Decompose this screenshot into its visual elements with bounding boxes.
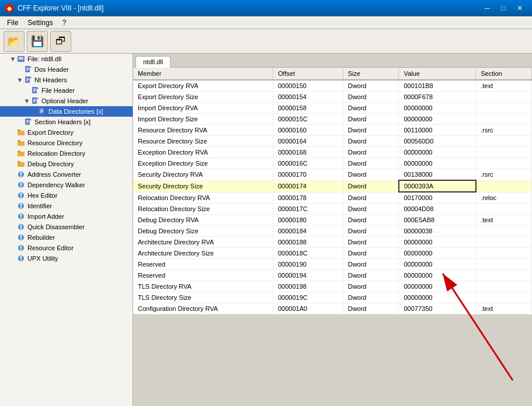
node-icon-import-adder: [16, 212, 26, 221]
table-row[interactable]: Configuration Directory RVA000001A0Dword…: [133, 303, 532, 314]
svg-rect-67: [20, 260, 22, 261]
node-icon-file-header: [30, 86, 40, 95]
minimize-button[interactable]: ─: [479, 2, 495, 14]
svg-rect-40: [18, 161, 20, 163]
table-row[interactable]: Debug Directory Size00000184Dword0000003…: [133, 226, 532, 237]
sidebar-item-dependency-walker[interactable]: Dependency Walker: [0, 180, 133, 190]
open-button[interactable]: 📂: [4, 31, 25, 52]
table-row[interactable]: TLS Directory Size0000019CDword00000000: [133, 292, 532, 303]
table-row[interactable]: Architecture Directory Size0000018CDword…: [133, 248, 532, 259]
sidebar-item-upx-utility[interactable]: UPX Utility: [0, 253, 133, 264]
cell-member: Relocation Directory Size: [133, 204, 273, 215]
table-row[interactable]: Exception Directory Size0000016CDword000…: [133, 158, 532, 169]
sidebar-item-hex-editor[interactable]: Hex Editor: [0, 190, 133, 201]
cell-size: Dword: [343, 192, 399, 204]
node-icon-resource-directory: [16, 138, 26, 148]
col-size: Size: [343, 68, 399, 80]
svg-rect-12: [26, 80, 28, 81]
node-icon-dos-header: [23, 65, 33, 74]
open-icon: 📂: [8, 35, 20, 48]
cell-size: Dword: [343, 215, 399, 226]
cell-member: TLS Directory RVA: [133, 281, 273, 292]
table-row[interactable]: Security Directory Size00000174Dword0000…: [133, 180, 532, 192]
table-row[interactable]: Security Directory RVA00000170Dword00138…: [133, 169, 532, 181]
sidebar-item-quick-disassembler[interactable]: Quick Disassembler: [0, 222, 133, 232]
cell-member: Security Directory Size: [133, 180, 273, 192]
sidebar-item-section-headers[interactable]: Section Headers [x]: [0, 117, 133, 127]
svg-rect-64: [20, 249, 22, 250]
cell-size: Dword: [343, 158, 399, 169]
table-row[interactable]: Resource Directory RVA00000160Dword00110…: [133, 125, 532, 136]
sidebar-item-debug-directory[interactable]: Debug Directory: [0, 159, 133, 169]
node-icon-identifier: [16, 201, 26, 211]
table-row[interactable]: Debug Directory RVA00000180Dword000E5AB8…: [133, 215, 532, 226]
sidebar-item-nt-headers[interactable]: ▼Nt Headers: [0, 75, 133, 85]
cell-member: Exception Directory Size: [133, 158, 273, 169]
table-row[interactable]: Relocation Directory Size0000017CDword00…: [133, 204, 532, 215]
svg-rect-66: [20, 256, 22, 259]
sidebar-item-export-directory[interactable]: Export Directory: [0, 127, 133, 138]
sidebar-item-address-converter[interactable]: Address Converter: [0, 169, 133, 180]
sidebar-item-rebuilder[interactable]: Rebuilder: [0, 232, 133, 243]
window-button[interactable]: 🗗: [50, 31, 71, 52]
cell-size: Dword: [343, 292, 399, 303]
sidebar-item-import-adder[interactable]: Import Adder: [0, 211, 133, 222]
svg-rect-35: [18, 141, 25, 146]
sidebar-label-resource-directory: Resource Directory: [27, 139, 82, 146]
table-row[interactable]: Resource Directory Size00000164Dword0005…: [133, 136, 532, 147]
table-row[interactable]: Export Directory RVA00000150Dword000101B…: [133, 80, 532, 92]
menu-file[interactable]: File: [2, 18, 23, 28]
col-section: Section: [476, 68, 532, 80]
sidebar-item-resource-editor[interactable]: Resource Editor: [0, 243, 133, 253]
svg-rect-16: [33, 90, 36, 90]
tab-ntdll[interactable]: ntdll.dll: [135, 56, 171, 68]
content-area: Member Offset Size Value Section Export …: [133, 68, 532, 314]
cell-value: 00000000: [399, 259, 476, 270]
node-icon-upx-utility: [16, 254, 26, 263]
cell-value: 00000000: [399, 248, 476, 259]
content-scroll[interactable]: Member Offset Size Value Section Export …: [133, 68, 532, 314]
sidebar-item-optional-header[interactable]: ▼Optional Header: [0, 96, 133, 106]
expand-icon: ▼: [23, 97, 30, 104]
table-row[interactable]: Exception Directory RVA00000168Dword0000…: [133, 147, 532, 158]
sidebar-item-relocation-directory[interactable]: Relocation Directory: [0, 148, 133, 159]
svg-rect-60: [20, 235, 22, 238]
table-row[interactable]: Reserved00000194Dword00000000: [133, 270, 532, 281]
sidebar-item-resource-directory[interactable]: Resource Directory: [0, 138, 133, 148]
cell-size: Dword: [343, 303, 399, 314]
table-row[interactable]: Export Directory Size00000154Dword0000F6…: [133, 92, 532, 103]
cell-section: .rsrc: [476, 125, 532, 136]
close-button[interactable]: ✕: [512, 2, 527, 14]
cell-value: 00000000: [399, 103, 476, 114]
node-icon-optional-header: [30, 96, 40, 106]
node-icon-nt-headers: [23, 75, 33, 85]
cell-member: Import Directory RVA: [133, 103, 273, 114]
table-row[interactable]: TLS Directory RVA00000198Dword00000000: [133, 281, 532, 292]
cell-section: [476, 180, 532, 192]
svg-rect-30: [26, 120, 29, 121]
sidebar-item-identifier[interactable]: Identifier: [0, 201, 133, 211]
cell-value: 00000000: [399, 114, 476, 125]
maximize-button[interactable]: □: [496, 2, 511, 14]
sidebar-item-file-root[interactable]: ▼File: ntdll.dll: [0, 54, 133, 64]
sidebar-label-section-headers: Section Headers [x]: [34, 118, 91, 125]
table-row[interactable]: Import Directory Size0000015CDword000000…: [133, 114, 532, 125]
sidebar-item-file-header[interactable]: File Header: [0, 85, 133, 96]
save-button[interactable]: 💾: [27, 31, 48, 52]
menu-help[interactable]: ?: [58, 18, 71, 28]
table-row[interactable]: Import Directory RVA00000158Dword0000000…: [133, 103, 532, 114]
cell-value: 00138000: [399, 169, 476, 181]
table-row[interactable]: Architecture Directory RVA00000188Dword0…: [133, 237, 532, 248]
sidebar-item-data-directories[interactable]: Data Directories [x]: [0, 106, 133, 117]
cell-size: Dword: [343, 169, 399, 181]
cell-section: [476, 281, 532, 292]
sidebar-item-dos-header[interactable]: Dos Header: [0, 64, 133, 75]
cell-size: Dword: [343, 270, 399, 281]
menu-settings[interactable]: Settings: [23, 18, 57, 28]
cell-offset: 00000184: [273, 226, 343, 237]
window-icon: 🗗: [55, 35, 66, 47]
table-row[interactable]: Relocation Directory RVA00000178Dword001…: [133, 192, 532, 204]
sidebar-label-debug-directory: Debug Directory: [27, 160, 74, 167]
cell-value: 00000000: [399, 158, 476, 169]
table-row[interactable]: Reserved00000190Dword00000000: [133, 259, 532, 270]
